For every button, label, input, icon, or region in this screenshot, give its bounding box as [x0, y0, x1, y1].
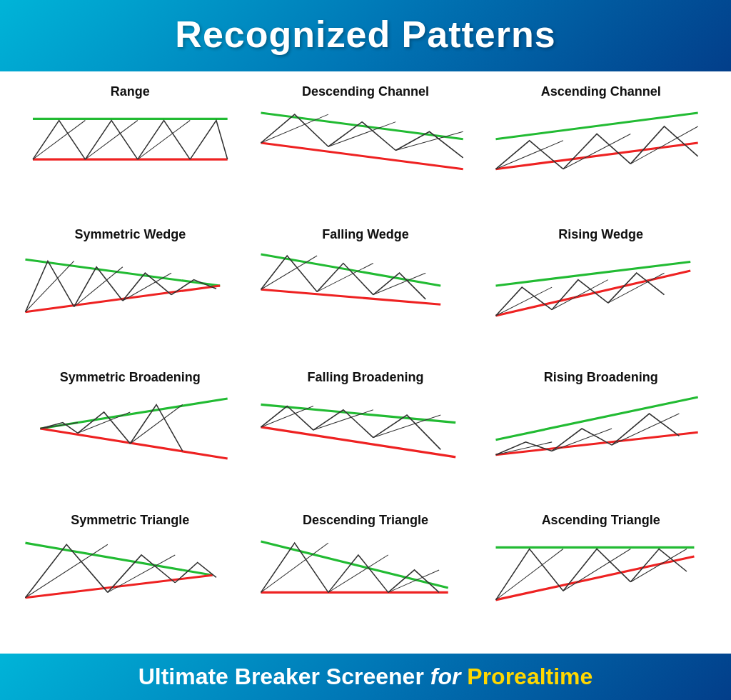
pattern-svg-descending-triangle: [253, 532, 478, 611]
footer-brand: Prorealtime: [467, 664, 593, 689]
footer: Ultimate Breaker Screener for Prorealtim…: [0, 654, 731, 700]
svg-line-22: [261, 256, 317, 289]
svg-line-20: [261, 254, 440, 286]
pattern-svg-symmetric-wedge: [18, 246, 243, 325]
pattern-svg-falling-broadening: [253, 389, 478, 468]
pattern-rising-broadening: Rising Broadening: [485, 364, 717, 504]
svg-line-55: [496, 556, 695, 600]
svg-line-4: [138, 121, 190, 160]
svg-line-31: [40, 429, 227, 459]
pattern-svg-rising-wedge: [488, 246, 713, 325]
pattern-descending-triangle: Descending Triangle: [250, 507, 482, 646]
pattern-svg-descending-channel: [253, 104, 478, 182]
pattern-svg-falling-wedge: [253, 246, 478, 325]
pattern-ascending-channel: Ascending Channel: [485, 79, 717, 218]
svg-line-37: [261, 406, 313, 427]
pattern-label-ascending-triangle: Ascending Triangle: [542, 513, 660, 528]
svg-line-10: [496, 113, 698, 139]
svg-line-2: [33, 121, 85, 160]
svg-line-6: [261, 143, 463, 169]
pattern-ascending-triangle: Ascending Triangle: [485, 507, 717, 646]
pattern-svg-symmetric-broadening: [18, 389, 243, 468]
pattern-label-symmetric-triangle: Symmetric Triangle: [71, 513, 189, 528]
svg-line-27: [496, 287, 553, 316]
svg-line-23: [317, 264, 373, 292]
pattern-svg-ascending-triangle: [488, 532, 713, 611]
pattern-symmetric-triangle: Symmetric Triangle: [14, 507, 246, 646]
pattern-rising-wedge: Rising Wedge: [485, 221, 717, 361]
pattern-symmetric-broadening: Symmetric Broadening: [14, 364, 246, 504]
pattern-svg-rising-broadening: [488, 389, 713, 468]
svg-line-57: [563, 549, 630, 591]
svg-line-21: [261, 289, 440, 304]
svg-line-3: [85, 121, 137, 160]
pattern-symmetric-wedge: Symmetric Wedge: [14, 221, 246, 361]
svg-line-44: [612, 414, 679, 445]
pattern-label-falling-broadening: Falling Broadening: [307, 370, 423, 385]
svg-line-17: [25, 261, 74, 311]
pattern-label-rising-broadening: Rising Broadening: [544, 370, 658, 385]
svg-line-58: [631, 549, 687, 582]
pattern-label-range: Range: [111, 84, 150, 99]
svg-line-16: [25, 286, 220, 312]
pattern-label-falling-wedge: Falling Wedge: [322, 227, 409, 242]
footer-for: for: [430, 664, 468, 689]
pattern-label-symmetric-wedge: Symmetric Wedge: [74, 227, 186, 242]
pattern-svg-range: [18, 104, 243, 182]
svg-line-45: [25, 543, 212, 575]
svg-line-25: [496, 261, 691, 286]
pattern-label-symmetric-broadening: Symmetric Broadening: [60, 370, 201, 385]
pattern-range: Range: [14, 79, 246, 218]
pattern-falling-broadening: Falling Broadening: [250, 364, 482, 504]
svg-line-26: [496, 271, 691, 316]
pattern-label-rising-wedge: Rising Wedge: [558, 227, 643, 242]
pattern-label-descending-channel: Descending Channel: [302, 84, 429, 99]
svg-line-49: [261, 541, 448, 588]
header: Recognized Patterns: [0, 0, 731, 71]
pattern-label-ascending-channel: Ascending Channel: [541, 84, 661, 99]
page-title: Recognized Patterns: [14, 13, 717, 56]
svg-line-7: [261, 114, 328, 143]
svg-line-28: [552, 280, 608, 310]
patterns-grid: Range Descending Channel: [0, 71, 731, 654]
svg-line-41: [496, 432, 698, 454]
footer-text: Ultimate Breaker Screener for Prorealtim…: [14, 664, 717, 690]
svg-line-33: [78, 412, 130, 433]
pattern-svg-symmetric-triangle: [18, 532, 243, 611]
pattern-descending-channel: Descending Channel: [250, 79, 482, 218]
pattern-label-descending-triangle: Descending Triangle: [303, 513, 428, 528]
footer-prefix: Ultimate Breaker Screener: [138, 664, 430, 689]
svg-line-36: [261, 427, 455, 457]
svg-line-40: [496, 397, 698, 440]
svg-line-13: [563, 134, 630, 169]
svg-line-53: [388, 570, 438, 592]
pattern-falling-wedge: Falling Wedge: [250, 221, 482, 361]
pattern-svg-ascending-channel: [488, 104, 713, 182]
